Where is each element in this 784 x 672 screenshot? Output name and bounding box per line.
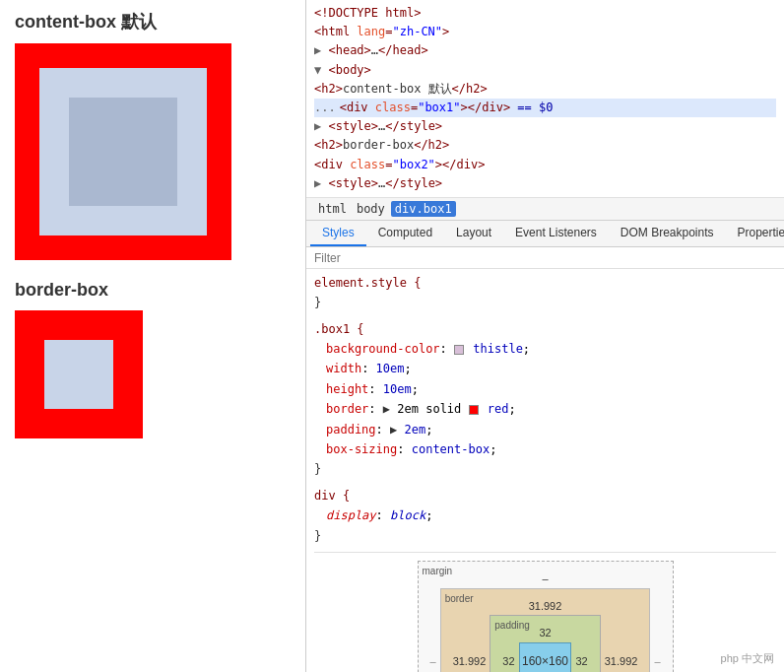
bm-margin-label: margin [423, 563, 453, 579]
bm-content: 160×160 [519, 642, 572, 672]
bm-padding-right: 32 [571, 652, 591, 671]
box-model-section: margin – – border 31.992 31.992 [314, 552, 776, 672]
tree-line-style-1[interactable]: ▶ <style>…</style> [314, 117, 776, 136]
bm-padding-row: 32 160×160 32 [498, 642, 591, 672]
breadcrumb: html body div.box1 [306, 198, 784, 221]
content-box-padding [39, 68, 207, 235]
html-tree: <!DOCTYPE html> <html lang="zh-CN"> ▶ <h… [306, 0, 784, 198]
breadcrumb-div-box1[interactable]: div.box1 [391, 201, 456, 217]
element-style-block: element.style { } [314, 273, 776, 313]
bm-content-label: 160×160 [522, 654, 568, 668]
tree-line-div-box1[interactable]: ...<div class="box1"></div> == $0 [314, 99, 776, 117]
box-model-diagram: margin – – border 31.992 31.992 [418, 561, 674, 672]
bm-margin: margin – – border 31.992 31.992 [418, 561, 674, 672]
content-box-outer [15, 43, 231, 260]
bm-border-row: 31.992 padding 32 32 [449, 615, 642, 672]
bm-border-value: 31.992 [449, 597, 642, 616]
tab-event-listeners[interactable]: Event Listeners [503, 221, 609, 246]
breadcrumb-body[interactable]: body [353, 201, 389, 217]
filter-bar [306, 247, 784, 269]
devtools-tabs: Styles Computed Layout Event Listeners D… [306, 221, 784, 247]
bm-padding: padding 32 32 160×160 [490, 615, 600, 672]
tree-line-h2-2: <h2>border-box</h2> [314, 136, 776, 155]
content-box-demo: content-box 默认 [15, 10, 291, 260]
div-block: div { display: block; } [314, 486, 776, 546]
bm-border-label: border [445, 590, 474, 607]
tab-computed[interactable]: Computed [366, 221, 444, 246]
css-rules: element.style { } .box1 { background-col… [306, 269, 784, 672]
bm-margin-top: – [426, 570, 665, 588]
tree-line-body[interactable]: ▼ <body> [314, 61, 776, 80]
tab-properties[interactable]: Properties [726, 221, 784, 246]
watermark: php 中文网 [721, 651, 774, 666]
breadcrumb-html[interactable]: html [314, 201, 351, 217]
border-box-inner [44, 340, 113, 409]
bm-border-right: 31.992 [601, 652, 642, 671]
bm-margin-left: – [426, 652, 440, 671]
bm-margin-right: – [650, 652, 664, 671]
tab-styles[interactable]: Styles [310, 221, 366, 246]
tree-line-html: <html lang="zh-CN"> [314, 23, 776, 41]
bm-padding-left: 32 [498, 652, 518, 671]
tree-line-style-2[interactable]: ▶ <style>…</style> [314, 174, 776, 193]
right-panel: <!DOCTYPE html> <html lang="zh-CN"> ▶ <h… [305, 0, 784, 672]
border-box-outer [15, 310, 143, 438]
tree-line-div-box2[interactable]: <div class="box2"></div> [314, 156, 776, 174]
border-box-title: border-box [15, 280, 291, 301]
tree-line-doctype: <!DOCTYPE html> [314, 4, 776, 23]
border-box-demo: border-box [15, 280, 291, 438]
tab-layout[interactable]: Layout [444, 221, 503, 246]
tab-dom-breakpoints[interactable]: DOM Breakpoints [609, 221, 726, 246]
filter-input[interactable] [314, 251, 776, 265]
content-box-content [69, 98, 177, 206]
bm-margin-row: – border 31.992 31.992 [426, 588, 665, 672]
bm-padding-label: padding [494, 617, 530, 634]
content-box-title: content-box 默认 [15, 10, 291, 34]
bm-border: border 31.992 31.992 padding 32 [440, 588, 651, 672]
tree-line-h2-1: <h2>content-box 默认</h2> [314, 80, 776, 99]
left-panel: content-box 默认 border-box [0, 0, 305, 672]
tree-line-head[interactable]: ▶ <head>…</head> [314, 41, 776, 60]
bm-border-left: 31.992 [449, 652, 490, 671]
box1-block: .box1 { background-color: thistle; width… [314, 319, 776, 480]
